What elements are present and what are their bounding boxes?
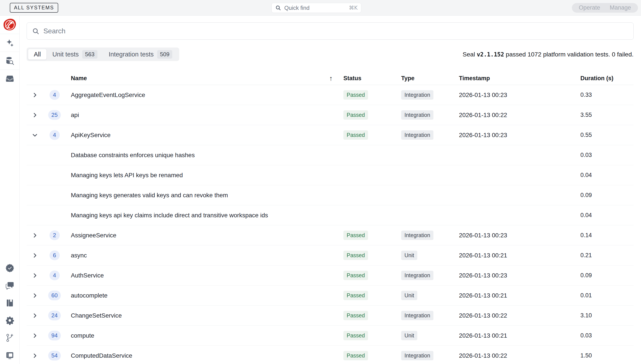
timestamp: 2026-01-13 00:23	[459, 272, 580, 279]
table-subrow[interactable]: Managing keys lets API keys be renamed0.…	[26, 165, 634, 185]
type-badge: Integration	[401, 271, 434, 280]
chevron-right-icon[interactable]	[32, 112, 38, 118]
mode-switcher: Operate Manage	[572, 3, 638, 13]
type-badge: Integration	[401, 351, 434, 360]
test-case-name: Database constraints enforces unique has…	[66, 152, 329, 159]
search-icon	[275, 5, 281, 11]
tab-integration-tests[interactable]: Integration tests 509	[103, 49, 178, 60]
test-count-badge: 60	[48, 290, 61, 300]
table-row[interactable]: 2AssigneeServicePassedIntegration2026-01…	[26, 225, 634, 246]
test-case-name: Managing keys api key claims include dir…	[66, 212, 329, 219]
column-header-timestamp: Timestamp	[459, 75, 580, 82]
test-suite-name: AuthService	[66, 272, 329, 279]
sidebar-item-library[interactable]	[0, 294, 20, 312]
sidebar-item-branches[interactable]	[0, 329, 20, 346]
count-cell: 4	[43, 130, 66, 140]
manage-button[interactable]: Manage	[610, 4, 631, 11]
all-systems-button[interactable]: ALL SYSTEMS	[10, 3, 58, 13]
chevron-right-icon[interactable]	[32, 353, 38, 359]
test-count-badge: 4	[50, 270, 60, 280]
table-subrow[interactable]: Managing keys api key claims include dir…	[26, 205, 634, 225]
test-results-table: Name ↑ Status Type Timestamp Duration (s…	[26, 72, 634, 364]
count-cell: 25	[43, 110, 66, 120]
tab-unit-tests[interactable]: Unit tests 563	[47, 49, 103, 60]
expand-cell	[26, 272, 43, 278]
chevron-down-icon[interactable]	[32, 132, 38, 138]
integration-tests-count-badge: 509	[157, 50, 172, 59]
tab-all[interactable]: All	[28, 49, 47, 60]
sidebar-item-settings[interactable]	[0, 312, 20, 329]
chevron-right-icon[interactable]	[32, 252, 38, 258]
test-count-badge: 24	[48, 310, 61, 320]
chevron-right-icon[interactable]	[32, 92, 38, 98]
count-cell: 2	[43, 230, 66, 240]
sidebar-item-chat[interactable]	[0, 277, 20, 294]
summary-prefix: Seal	[463, 51, 477, 58]
test-filter-tabs: All Unit tests 563 Integration tests 509	[26, 48, 179, 61]
count-cell: 54	[43, 351, 66, 360]
type-badge: Unit	[401, 331, 417, 340]
status-cell: Passed	[344, 251, 401, 260]
table-row[interactable]: 60autocompletePassedUnit2026-01-13 00:21…	[26, 286, 634, 306]
chevron-right-icon[interactable]	[32, 312, 38, 319]
expand-cell	[26, 312, 43, 319]
quick-find-input[interactable]: Quick find ⌘K	[272, 3, 361, 13]
search-input[interactable]: Search	[26, 22, 634, 40]
table-row[interactable]: 4AuthServicePassedIntegration2026-01-13 …	[26, 266, 634, 286]
test-suite-name: ChangeSetService	[66, 312, 329, 319]
top-bar: ALL SYSTEMS Quick find ⌘K Operate Manage	[0, 0, 641, 16]
timestamp: 2026-01-13 00:22	[459, 312, 580, 319]
expand-cell	[26, 292, 43, 298]
sidebar-item-assistant[interactable]	[0, 34, 20, 52]
quick-find-shortcut: ⌘K	[349, 5, 358, 11]
sidebar-item-inbox[interactable]	[0, 70, 20, 88]
sidebar-item-home[interactable]	[0, 16, 20, 34]
table-row[interactable]: 6asyncPassedUnit2026-01-13 00:210.21	[26, 246, 634, 266]
git-branch-plus-icon	[5, 333, 14, 342]
test-suite-name: ApiKeyService	[66, 132, 329, 139]
status-badge: Passed	[344, 271, 368, 280]
chat-bubbles-icon	[5, 281, 14, 290]
table-row[interactable]: 25apiPassedIntegration2026-01-13 00:223.…	[26, 105, 634, 125]
version-label: v2.1.152	[477, 51, 504, 58]
chevron-right-icon[interactable]	[32, 332, 38, 339]
status-badge: Passed	[344, 110, 368, 120]
status-badge: Passed	[344, 351, 368, 360]
chevron-right-icon[interactable]	[32, 232, 38, 238]
expand-cell	[26, 132, 43, 138]
duration: 0.01	[580, 292, 634, 299]
test-count-badge: 94	[48, 331, 61, 340]
table-row[interactable]: 24ChangeSetServicePassedIntegration2026-…	[26, 306, 634, 326]
table-row[interactable]: 4AggregateEventLogServicePassedIntegrati…	[26, 85, 634, 105]
type-badge: Integration	[401, 230, 434, 240]
tab-all-label: All	[34, 51, 41, 58]
chevron-right-icon[interactable]	[32, 272, 38, 278]
duration: 0.03	[580, 152, 634, 158]
table-subrow[interactable]: Managing keys generates valid keys and c…	[26, 185, 634, 205]
sidebar-item-console[interactable]	[0, 346, 20, 364]
sidebar-item-validation[interactable]	[0, 260, 20, 277]
duration: 0.55	[580, 132, 634, 138]
duration: 0.09	[580, 192, 634, 198]
operate-button[interactable]: Operate	[579, 4, 600, 11]
table-row[interactable]: 4ApiKeyServicePassedIntegration2026-01-1…	[26, 125, 634, 145]
table-subrow[interactable]: Database constraints enforces unique has…	[26, 145, 634, 165]
expand-cell	[26, 252, 43, 258]
duration: 0.33	[580, 92, 634, 98]
count-cell: 4	[43, 90, 66, 100]
test-suite-name: async	[66, 252, 329, 259]
status-cell: Passed	[344, 271, 401, 280]
status-cell: Passed	[344, 351, 401, 360]
sort-ascending-icon[interactable]: ↑	[329, 74, 344, 82]
search-placeholder: Search	[44, 27, 66, 35]
status-cell: Passed	[344, 311, 401, 320]
table-row[interactable]: 94computePassedUnit2026-01-13 00:210.03	[26, 326, 634, 346]
type-cell: Unit	[401, 251, 459, 260]
table-row[interactable]: 54ComputedDataServicePassedIntegration20…	[26, 346, 634, 364]
duration: 3.55	[580, 112, 634, 118]
sidebar-item-data-explorer[interactable]	[0, 52, 20, 70]
timestamp: 2026-01-13 00:23	[459, 232, 580, 239]
filter-row: All Unit tests 563 Integration tests 509…	[26, 48, 634, 61]
test-count-badge: 6	[50, 250, 60, 260]
chevron-right-icon[interactable]	[32, 292, 38, 298]
